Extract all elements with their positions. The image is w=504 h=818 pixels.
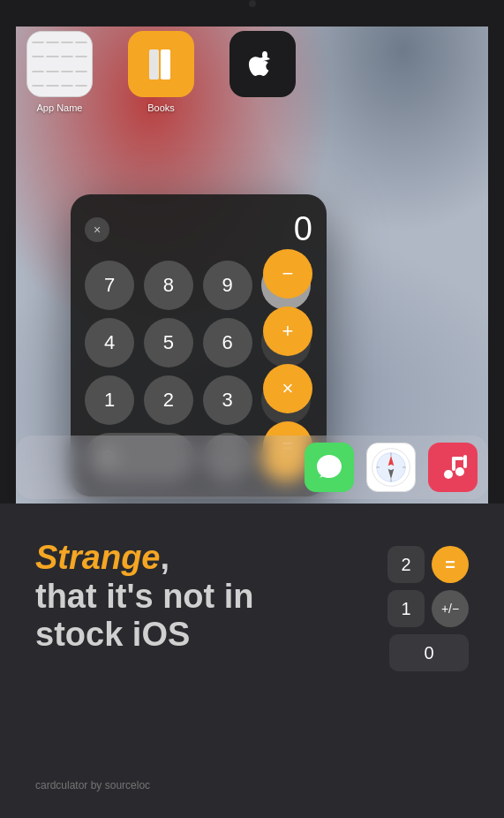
calc-header: × 0 bbox=[85, 210, 312, 248]
grid-cell bbox=[32, 71, 44, 72]
calc-btn-multiply[interactable]: × bbox=[263, 364, 312, 413]
info-headline-highlight: Strange bbox=[35, 539, 160, 576]
svg-rect-16 bbox=[463, 455, 467, 468]
calc-close-icon: × bbox=[94, 223, 101, 237]
svg-point-13 bbox=[444, 470, 453, 479]
books-icon-wrapper[interactable]: Books bbox=[128, 31, 194, 113]
svg-point-14 bbox=[455, 467, 464, 476]
info-mini-calc: 2 = 1 +/− 0 bbox=[387, 546, 469, 671]
svg-rect-17 bbox=[452, 457, 463, 460]
grid-cell bbox=[32, 42, 44, 43]
calc-display: 0 bbox=[294, 210, 312, 248]
info-footer: cardculator by sourceloc bbox=[35, 779, 469, 791]
calc-btn-5[interactable]: 5 bbox=[144, 318, 193, 367]
grid-cell bbox=[32, 56, 44, 57]
books-label: Books bbox=[147, 102, 175, 113]
info-headline-line2: that it's not in bbox=[35, 578, 254, 615]
svg-point-3 bbox=[262, 51, 267, 58]
calc-btn-3[interactable]: 3 bbox=[203, 375, 252, 425]
calc-btn-add[interactable]: + bbox=[263, 307, 312, 356]
grid-cell bbox=[32, 85, 44, 87]
app-icons-row: App Name Books bbox=[0, 31, 504, 113]
mini-num-1: 1 bbox=[387, 590, 425, 627]
homescreen: App Name Books bbox=[0, 0, 504, 504]
info-section: Strange, that it's not in stock iOS 2 = … bbox=[0, 504, 504, 818]
calc-btn-6[interactable]: 6 bbox=[203, 318, 252, 367]
grid-cell bbox=[75, 42, 87, 43]
mini-row-1: 2 = bbox=[387, 546, 469, 583]
app-name-icon[interactable] bbox=[26, 31, 93, 97]
messages-dock-icon[interactable] bbox=[305, 443, 354, 492]
grid-cell bbox=[46, 71, 58, 72]
mini-equals-icon: = bbox=[445, 555, 455, 575]
music-svg-icon bbox=[437, 451, 469, 483]
app-name-label: App Name bbox=[37, 102, 83, 113]
apple-logo-svg bbox=[245, 47, 281, 82]
info-main: Strange, that it's not in stock iOS 2 = … bbox=[35, 539, 469, 671]
grid-cell bbox=[61, 71, 73, 72]
mini-plusminus-icon: +/− bbox=[441, 602, 459, 616]
info-headline: Strange, that it's not in stock iOS bbox=[35, 539, 387, 655]
grid-cell bbox=[75, 85, 87, 87]
grid-cell bbox=[75, 71, 87, 72]
info-headline-line3: stock iOS bbox=[35, 616, 190, 653]
apple-icon-wrapper[interactable] bbox=[229, 31, 296, 113]
ipad-camera bbox=[249, 0, 256, 7]
grid-cell bbox=[61, 56, 73, 57]
calc-btn-subtract[interactable]: − bbox=[263, 249, 312, 299]
calc-btn-9[interactable]: 9 bbox=[203, 261, 252, 310]
calc-btn-7[interactable]: 7 bbox=[85, 261, 134, 310]
calc-close-button[interactable]: × bbox=[85, 217, 109, 242]
messages-svg-icon bbox=[313, 451, 345, 483]
grid-cell bbox=[46, 42, 58, 43]
ipad-bezel-left bbox=[0, 0, 16, 504]
ipad-bezel-top bbox=[0, 0, 504, 27]
books-svg bbox=[141, 44, 182, 85]
mini-num-2: 2 bbox=[387, 546, 425, 583]
info-headline-comma: , bbox=[160, 539, 169, 576]
mini-display: 0 bbox=[389, 634, 469, 671]
grid-cell bbox=[75, 56, 87, 57]
ipad-bezel-right bbox=[488, 0, 504, 504]
svg-rect-2 bbox=[149, 49, 159, 80]
calc-btn-8[interactable]: 8 bbox=[144, 261, 193, 310]
mini-display-row: 0 bbox=[387, 634, 469, 671]
calc-btn-4[interactable]: 4 bbox=[85, 318, 134, 367]
safari-dock-icon[interactable] bbox=[366, 443, 416, 492]
books-icon[interactable] bbox=[128, 31, 194, 97]
mini-plusminus-btn[interactable]: +/− bbox=[432, 590, 469, 627]
grid-cell bbox=[61, 85, 73, 87]
safari-svg-icon bbox=[371, 447, 411, 488]
calc-btn-2[interactable]: 2 bbox=[144, 375, 193, 425]
grid-cell bbox=[61, 42, 73, 43]
info-text: Strange, that it's not in stock iOS bbox=[35, 539, 387, 655]
grid-cell bbox=[46, 85, 58, 87]
svg-rect-1 bbox=[161, 49, 170, 80]
apple-icon[interactable] bbox=[229, 31, 296, 97]
app-name-icon-wrapper[interactable]: App Name bbox=[26, 31, 93, 113]
mini-row-2: 1 +/− bbox=[387, 590, 469, 627]
calc-btn-1[interactable]: 1 bbox=[85, 375, 134, 425]
grid-cell bbox=[46, 56, 58, 57]
dock bbox=[16, 436, 488, 499]
mini-equals-btn[interactable]: = bbox=[432, 546, 469, 583]
music-dock-icon[interactable] bbox=[428, 443, 478, 492]
